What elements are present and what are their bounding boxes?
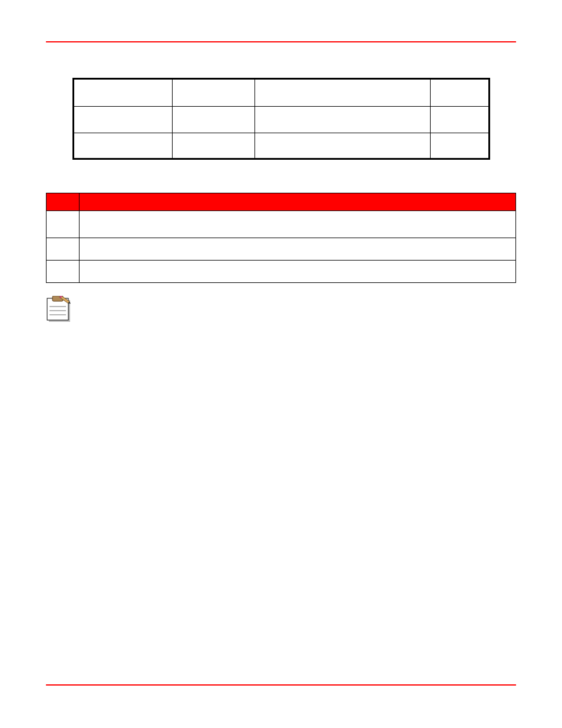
table-header-row bbox=[47, 193, 516, 211]
table-header-cell bbox=[80, 193, 516, 211]
table-cell bbox=[80, 238, 516, 261]
table-cell bbox=[80, 261, 516, 283]
table-row bbox=[73, 133, 489, 159]
table-cell bbox=[430, 107, 489, 133]
svg-rect-1 bbox=[47, 298, 68, 320]
table-cell bbox=[430, 133, 489, 159]
table-cell bbox=[254, 79, 430, 107]
table-cell bbox=[73, 133, 172, 159]
table-cell bbox=[73, 79, 172, 107]
table-cell bbox=[430, 79, 489, 107]
table-row bbox=[73, 107, 489, 133]
table-cell bbox=[172, 79, 254, 107]
page bbox=[0, 0, 562, 728]
table-cell bbox=[47, 238, 80, 261]
table-cell bbox=[47, 211, 80, 238]
table-cell bbox=[47, 261, 80, 283]
table-cell bbox=[80, 211, 516, 238]
table-header-cell bbox=[47, 193, 80, 211]
table-cell bbox=[172, 133, 254, 159]
table-cell bbox=[172, 107, 254, 133]
table-2 bbox=[46, 193, 516, 283]
clipboard-note-icon bbox=[46, 296, 72, 323]
table-row bbox=[47, 211, 516, 238]
table-cell bbox=[73, 107, 172, 133]
top-rule bbox=[46, 41, 516, 42]
table-row bbox=[47, 238, 516, 261]
bottom-rule bbox=[46, 684, 516, 686]
table-cell bbox=[254, 133, 430, 159]
table-row bbox=[47, 261, 516, 283]
table-cell bbox=[254, 107, 430, 133]
table-row bbox=[73, 79, 489, 107]
table-1 bbox=[72, 78, 490, 160]
